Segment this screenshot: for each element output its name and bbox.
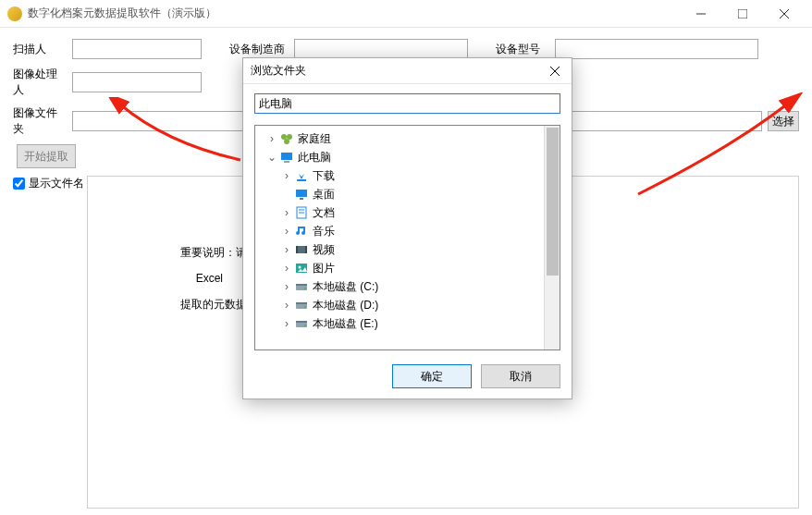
svg-rect-23	[296, 284, 307, 286]
tree-item-label: 桌面	[313, 187, 335, 202]
tree-item[interactable]: ⌄此电脑	[255, 148, 560, 166]
scanner-input[interactable]	[72, 39, 202, 59]
expander-icon[interactable]: ›	[281, 225, 292, 238]
desktop-icon	[294, 187, 309, 202]
svg-rect-11	[297, 179, 306, 181]
svg-point-6	[281, 134, 287, 140]
maximize-button[interactable]	[721, 1, 763, 27]
svg-point-21	[299, 266, 301, 269]
tree-item-label: 视频	[313, 242, 335, 258]
svg-point-27	[304, 306, 306, 308]
svg-rect-18	[296, 246, 298, 253]
tree-item[interactable]: ›视频	[255, 240, 560, 259]
expander-icon[interactable]: ›	[281, 299, 292, 312]
showname-check-input[interactable]	[13, 178, 25, 190]
imgproc-input[interactable]	[72, 72, 202, 92]
expander-icon[interactable]: ›	[281, 317, 292, 330]
expander-icon[interactable]: ›	[281, 262, 292, 275]
folder-label: 图像文件夹	[13, 105, 67, 137]
close-button[interactable]	[763, 1, 805, 27]
titlebar: 数字化档案元数据提取软件（演示版）	[0, 0, 812, 28]
dialog-cancel-button[interactable]: 取消	[481, 364, 560, 388]
select-button[interactable]: 选择	[768, 111, 799, 131]
svg-rect-26	[296, 302, 307, 304]
tree-item[interactable]: ›音乐	[255, 222, 560, 240]
tree-item[interactable]: ›文档	[255, 203, 560, 222]
svg-rect-29	[296, 321, 307, 323]
svg-rect-9	[281, 153, 292, 160]
manufacturer-input[interactable]	[294, 39, 468, 59]
tree-item[interactable]: ›家庭组	[255, 129, 560, 148]
app-icon	[7, 6, 22, 21]
expander-icon[interactable]: ›	[266, 132, 277, 145]
tree-item-label: 下载	[313, 168, 335, 184]
scanner-label: 扫描人	[13, 42, 67, 57]
doc-icon	[294, 205, 309, 220]
showname-label: 显示文件名	[29, 176, 84, 191]
tree-item-label: 音乐	[313, 224, 335, 239]
showname-checkbox[interactable]: 显示文件名	[13, 176, 87, 191]
video-icon	[294, 242, 309, 257]
tree-item-label: 本地磁盘 (C:)	[313, 279, 378, 295]
tree-item[interactable]: ›图片	[255, 259, 560, 277]
tree-item[interactable]: ›本地磁盘 (D:)	[255, 296, 560, 314]
expander-icon[interactable]: ⌄	[266, 151, 277, 164]
svg-rect-19	[305, 246, 307, 253]
svg-point-30	[304, 325, 306, 326]
svg-point-7	[287, 134, 292, 140]
download-icon	[294, 168, 309, 183]
disk-icon	[294, 279, 309, 294]
dialog-path-input[interactable]	[254, 93, 560, 114]
tree-item-label: 此电脑	[298, 150, 331, 166]
tree-scrollbar[interactable]	[544, 126, 560, 349]
minimize-button[interactable]	[680, 1, 721, 27]
dialog-title: 浏览文件夹	[251, 63, 546, 79]
homegroup-icon	[279, 131, 294, 146]
model-input[interactable]	[555, 39, 758, 59]
expander-icon[interactable]: ›	[281, 243, 292, 256]
expander-icon[interactable]: ›	[281, 206, 292, 219]
tree-item-label: 本地磁盘 (D:)	[313, 298, 378, 313]
dialog-titlebar[interactable]: 浏览文件夹	[243, 58, 572, 84]
tree-item[interactable]: ›本地磁盘 (C:)	[255, 277, 560, 296]
tree-item[interactable]: ›本地磁盘 (E:)	[255, 314, 560, 333]
browse-folder-dialog: 浏览文件夹 ›家庭组⌄此电脑›下载桌面›文档›音乐›视频›图片›本地磁盘 (C:…	[242, 57, 572, 399]
pc-icon	[279, 150, 294, 165]
tree-item[interactable]: 桌面	[255, 185, 560, 203]
svg-rect-1	[738, 9, 747, 18]
model-label: 设备型号	[496, 42, 549, 57]
svg-point-8	[284, 139, 289, 144]
tree-item[interactable]: ›下载	[255, 166, 560, 185]
svg-rect-10	[284, 161, 289, 163]
tree-item-label: 本地磁盘 (E:)	[313, 316, 378, 332]
disk-icon	[294, 298, 309, 313]
folder-tree[interactable]: ›家庭组⌄此电脑›下载桌面›文档›音乐›视频›图片›本地磁盘 (C:)›本地磁盘…	[254, 125, 560, 350]
manufacturer-label: 设备制造商	[229, 42, 289, 57]
pic-icon	[294, 261, 309, 276]
dialog-ok-button[interactable]: 确定	[392, 364, 472, 388]
svg-point-24	[304, 288, 306, 289]
dialog-close-button[interactable]	[546, 62, 564, 80]
expander-icon[interactable]: ›	[281, 280, 292, 293]
tree-item-label: 文档	[313, 205, 335, 221]
start-button[interactable]: 开始提取	[17, 144, 76, 168]
disk-icon	[294, 316, 309, 331]
svg-rect-12	[296, 190, 307, 197]
tree-item-label: 图片	[313, 261, 335, 276]
music-icon	[294, 224, 309, 239]
window-title: 数字化档案元数据提取软件（演示版）	[28, 6, 680, 21]
imgproc-label: 图像处理人	[13, 67, 67, 98]
svg-rect-13	[300, 198, 303, 200]
expander-icon[interactable]: ›	[281, 169, 292, 182]
tree-item-label: 家庭组	[298, 131, 331, 147]
